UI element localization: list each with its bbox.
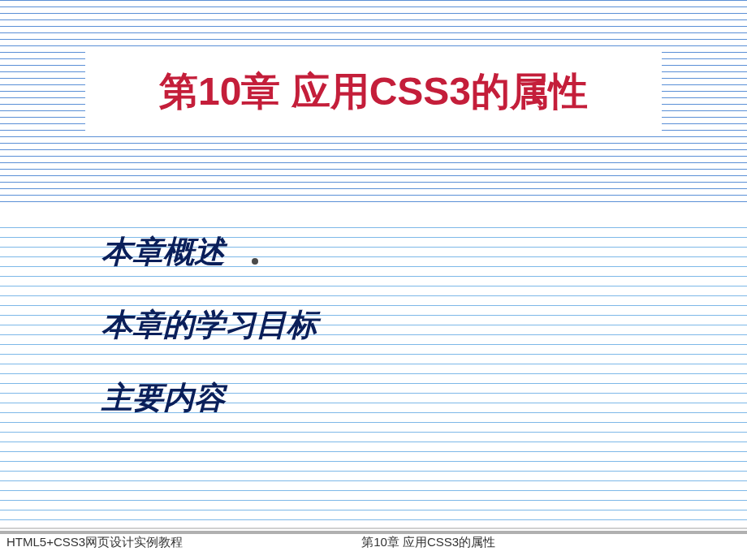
- title-box: 第10章 应用CSS3的属性: [85, 49, 662, 134]
- dot-marker: [252, 258, 258, 265]
- content-item-overview: 本章概述: [101, 231, 225, 273]
- slide-container: 第10章 应用CSS3的属性 本章概述 本章的学习目标 主要内容 HTML5+C…: [0, 0, 747, 560]
- footer: HTML5+CSS3网页设计实例教程 第10章 应用CSS3的属性: [0, 531, 747, 554]
- content-item-main: 主要内容: [101, 377, 225, 419]
- footer-course-name: HTML5+CSS3网页设计实例教程: [6, 535, 183, 550]
- slide-title: 第10章 应用CSS3的属性: [159, 66, 588, 118]
- footer-chapter-name: 第10章 应用CSS3的属性: [361, 535, 495, 550]
- footer-divider-top: [0, 528, 747, 529]
- content-item-objectives: 本章的学习目标: [101, 304, 317, 346]
